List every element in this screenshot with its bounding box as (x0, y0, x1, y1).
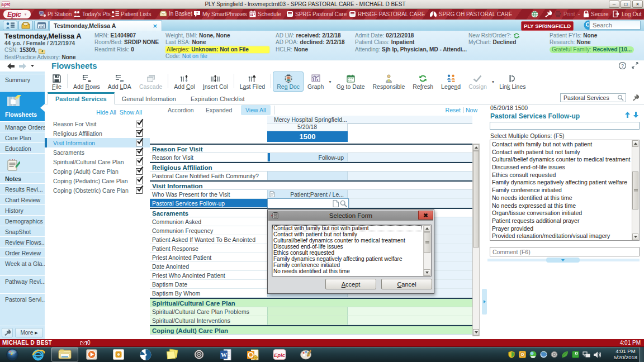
scroll-up-icon[interactable] (424, 225, 430, 232)
toolbar-button-last-filed[interactable]: Last Filed (236, 72, 269, 92)
section-row-coping-obstetric-care-plan[interactable]: Coping (Obstetric) Care Plan (45, 185, 150, 195)
tab-close-icon[interactable]: × (153, 22, 158, 30)
splitter-handle[interactable] (482, 289, 487, 315)
sidebar-item-results-revi-[interactable]: Results Revi... (0, 183, 45, 194)
toolbar-button-go-to-date[interactable]: Go to Date (333, 72, 369, 92)
epic-action-secure[interactable]: Secure (583, 11, 609, 18)
epic-menu-today-s-pts[interactable]: Today's Pts (73, 11, 111, 17)
magnifier-icon[interactable] (340, 200, 347, 207)
scroll-up-icon[interactable] (632, 140, 638, 147)
epic-menu-rhsgf-pastoral-care[interactable]: RHSGF PASTORAL CARE (349, 11, 425, 17)
status-mail[interactable]: 0 (80, 340, 91, 346)
dropdown-arrow-icon[interactable]: ▼ (328, 80, 332, 84)
taskbar-app-sticky-notes-icon[interactable] (159, 347, 186, 361)
new-page-icon[interactable] (333, 200, 339, 207)
reset-link[interactable]: Reset (446, 107, 461, 113)
taskbar-app-recorder-icon[interactable] (105, 347, 132, 361)
dialog-option-item[interactable]: No needs identified at this time (272, 268, 422, 274)
toolbar-button-link-lines[interactable]: Link Lines (495, 72, 529, 92)
taskbar-app-wmp-icon[interactable] (78, 347, 105, 361)
sidebar-item-manage-orders[interactable]: Manage Orders (0, 121, 45, 132)
taskbar-app-word-icon[interactable]: W (212, 347, 239, 361)
grid-section-reason-for-visit[interactable]: Reason For Visit (150, 145, 472, 153)
taskbar-app-paint-icon[interactable] (293, 347, 320, 361)
epic-menu-button[interactable]: Epic ▼ (3, 10, 31, 18)
toolbar-button-responsible[interactable]: Responsible (368, 72, 409, 92)
dialog-option-item[interactable]: Ethics consult requested (272, 250, 422, 256)
back-arrow-icon[interactable] (7, 63, 15, 69)
option-item[interactable]: Ethics consult requested (490, 171, 631, 179)
tray-ring-icon[interactable] (551, 347, 558, 362)
dialog-titlebar[interactable]: Selection Form ✖ (268, 211, 433, 221)
toolbar-button-insert-col[interactable]: Insert Col (199, 72, 232, 92)
section-checkbox[interactable] (136, 149, 143, 156)
section-row-coping-pediatric-care-plan[interactable]: Coping (Pediatric) Care Plan (45, 176, 150, 185)
tray-network-icon[interactable] (583, 347, 590, 362)
view-all-button[interactable]: View All (241, 105, 271, 115)
section-checkbox[interactable] (136, 168, 143, 175)
epic-menu-in-basket[interactable]: In Basket (159, 11, 192, 17)
option-item[interactable]: No needs expressed at this time (490, 202, 631, 209)
dialog-close-button[interactable]: ✖ (418, 211, 433, 220)
sidebar-item-week-at-a-gla-[interactable]: Week at a Gla... (0, 258, 45, 268)
grid-row-who-was-present-for-the-visit[interactable]: Who Was Present for the VisitPatient;Par… (150, 190, 472, 199)
grid-cell-empty[interactable] (348, 153, 472, 161)
grid-cell-empty[interactable] (348, 172, 472, 180)
tray-agent-icon[interactable] (519, 347, 526, 362)
epic-menu-patient-lists[interactable]: Patient Lists (111, 11, 151, 17)
flowsheet-tab-general-information[interactable]: General Information (115, 93, 183, 105)
grid-cell-empty[interactable] (348, 199, 472, 207)
sidebar-item-summary[interactable]: Summary (0, 74, 45, 84)
grid-row-pastoral-services-follow-up[interactable]: Pastoral Services Follow-up (150, 199, 472, 208)
option-item[interactable]: Organ/tissue conversation initiated (490, 209, 631, 217)
epic-action-wrench-icon[interactable] (544, 11, 552, 18)
tray-leaf-icon[interactable] (561, 347, 569, 362)
sidebar-wrench-button[interactable] (2, 328, 13, 337)
taskbar-app-gotomeeting-icon[interactable] (186, 347, 212, 361)
toolbar-button-refresh[interactable]: Refresh (409, 72, 437, 92)
section-row-religious-affiliation[interactable]: Religious Affiliation (45, 128, 150, 138)
toolbar-in-basket-icon[interactable] (18, 21, 33, 30)
show-all-link[interactable]: Show All (120, 109, 142, 116)
epic-menu-my-smartphrases[interactable]: ?My SmartPhrases (193, 11, 247, 17)
grid-scrollbar[interactable] (472, 144, 480, 336)
nav-dropdown-icon[interactable] (31, 65, 34, 67)
section-row-coping-adult-care-plan[interactable]: Coping (Adult) Care Plan (45, 166, 150, 176)
dropdown-arrow-icon[interactable]: ▼ (491, 80, 495, 84)
toolbar-dashboard-icon[interactable] (34, 21, 49, 30)
toolbar-button-reg-doc[interactable]: Reg Doc (273, 72, 304, 92)
expanded-button[interactable]: Expanded (206, 107, 232, 113)
grid-section-religious-affiliation[interactable]: Religious Affiliation (150, 162, 472, 172)
forward-arrow-icon[interactable] (19, 63, 26, 69)
expand-icon[interactable] (632, 62, 638, 69)
tray-shield-icon[interactable] (508, 347, 515, 362)
minimize-button[interactable]: – (609, 1, 619, 8)
panel-splitter[interactable] (481, 104, 487, 340)
flowsheet-search-input[interactable] (560, 93, 626, 102)
option-item[interactable]: Family conference initiated (490, 186, 631, 194)
option-item[interactable]: Contact with family but not with patient (490, 140, 631, 148)
taskbar-app-hyperspace-icon[interactable] (132, 347, 159, 361)
now-link[interactable]: Now (466, 107, 477, 113)
field-value-link[interactable]: Not on file (182, 53, 207, 60)
epic-menu-sprg-pastoral-care[interactable]: SPRG Pastoral Care (286, 11, 347, 17)
epic-menu-pt-station[interactable]: Pt Station (39, 11, 72, 17)
dialog-option-item[interactable]: Family dynamics negatively affecting pat… (272, 256, 422, 262)
tray-nvidia-icon[interactable] (572, 347, 579, 362)
scroll-thumb[interactable] (632, 172, 638, 209)
section-checkbox[interactable] (136, 140, 143, 146)
flowsheet-tab-pastoral-services[interactable]: Pastoral Services (48, 92, 115, 104)
toolbar-button-add-col[interactable]: Add Col (170, 72, 198, 92)
option-item[interactable]: Prayer provided (490, 225, 631, 232)
maximize-button[interactable]: □ (621, 1, 631, 8)
section-checkbox[interactable] (136, 187, 143, 194)
grid-row-reason-for-visit[interactable]: Reason for VisitFollow-up (150, 153, 472, 162)
taskbar-app-epic-app-icon[interactable]: Epic (266, 347, 293, 361)
grid-edit-cell[interactable] (267, 198, 349, 208)
toolbar-button-file[interactable]: File (48, 72, 65, 92)
option-item[interactable]: Patient requests additional prayer (490, 217, 631, 225)
flowsheet-tab-expiration-checklist[interactable]: Expiration Checklist (183, 93, 252, 105)
toolbar-button-graph[interactable]: Graph (304, 72, 328, 92)
sidebar-item-chart-review[interactable]: Chart Review (0, 194, 45, 204)
option-item[interactable]: No needs identified at this time (490, 194, 631, 202)
